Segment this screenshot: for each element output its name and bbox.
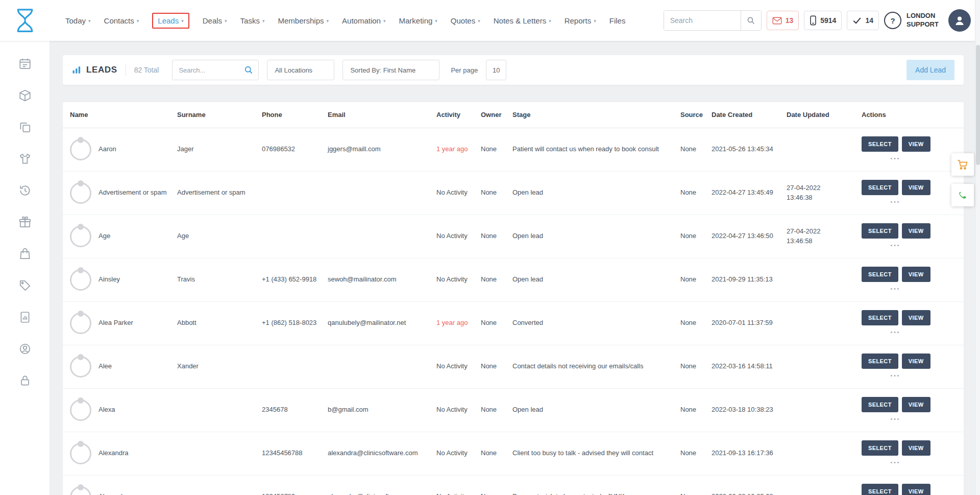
view-button[interactable]: VIEW <box>902 180 930 195</box>
more-actions-button[interactable]: ••• <box>862 286 929 293</box>
search-icon <box>243 65 254 75</box>
column-header-activity[interactable]: Activity <box>436 102 481 128</box>
nav-item-notes-letters[interactable]: Notes & Letters▾ <box>494 16 551 25</box>
lead-phone: +1 (862) 518-8023 <box>262 301 328 345</box>
more-actions-button[interactable]: ••• <box>862 372 929 380</box>
nav-item-tasks[interactable]: Tasks▾ <box>240 16 265 25</box>
per-page-select[interactable]: 10 <box>486 60 506 80</box>
calendar-icon[interactable] <box>18 57 32 70</box>
calls-badge[interactable]: 5914 <box>804 11 842 30</box>
lead-email: qanulubely@mailinator.net <box>328 301 436 345</box>
more-actions-button[interactable]: ••• <box>862 416 929 423</box>
global-search-input[interactable] <box>664 11 741 30</box>
messages-badge[interactable]: 13 <box>767 11 799 30</box>
vertical-scrollbar[interactable] <box>975 0 980 495</box>
column-header-date-updated[interactable]: Date Updated <box>787 102 862 128</box>
view-button[interactable]: VIEW <box>902 440 930 456</box>
shirt-icon[interactable] <box>18 152 32 166</box>
more-actions-button[interactable]: ••• <box>862 242 929 250</box>
lead-surname: Xander <box>177 345 262 388</box>
view-button[interactable]: VIEW <box>902 397 930 412</box>
lead-surname <box>177 388 262 432</box>
lead-phone: +1 (433) 652-9918 <box>262 258 328 301</box>
lead-owner: None <box>481 128 512 171</box>
global-search-button[interactable] <box>741 11 761 30</box>
select-button[interactable]: SELECT <box>862 180 898 195</box>
shopping-bag-icon[interactable] <box>18 247 32 261</box>
lead-owner: None <box>481 301 512 345</box>
column-header-owner[interactable]: Owner <box>481 102 512 128</box>
call-widget-button[interactable] <box>951 184 974 206</box>
user-avatar[interactable] <box>948 9 971 32</box>
price-tag-icon[interactable] <box>18 279 32 292</box>
lead-owner: None <box>481 345 512 388</box>
column-header-source[interactable]: Source <box>680 102 712 128</box>
nav-item-reports[interactable]: Reports▾ <box>565 16 596 25</box>
view-button[interactable]: VIEW <box>902 310 930 325</box>
select-button[interactable]: SELECT <box>862 484 898 495</box>
chevron-down-icon: ▾ <box>88 17 91 23</box>
report-chart-icon[interactable] <box>18 311 32 324</box>
messages-count: 13 <box>786 16 794 25</box>
view-button[interactable]: VIEW <box>902 353 930 369</box>
nav-item-deals[interactable]: Deals▾ <box>203 16 227 25</box>
view-button[interactable]: VIEW <box>902 484 930 495</box>
scrollbar-thumb[interactable] <box>976 45 980 165</box>
nav-item-marketing[interactable]: Marketing▾ <box>399 16 437 25</box>
nav-item-quotes[interactable]: Quotes▾ <box>451 16 480 25</box>
location-filter-select[interactable]: All Locations <box>267 60 334 80</box>
tasks-badge[interactable]: 14 <box>847 11 879 30</box>
cart-widget-button[interactable] <box>951 153 974 176</box>
more-actions-button[interactable]: ••• <box>862 155 929 163</box>
column-header-date-created[interactable]: Date Created <box>712 102 787 128</box>
more-actions-button[interactable]: ••• <box>862 199 929 206</box>
brand-logo[interactable] <box>0 8 50 33</box>
nav-item-leads[interactable]: Leads▾ <box>152 13 189 29</box>
lead-date-updated <box>787 128 862 171</box>
lead-avatar <box>70 182 91 204</box>
column-header-stage[interactable]: Stage <box>512 102 680 128</box>
sort-select[interactable]: Sorted By: First Name <box>342 60 439 80</box>
person-icon <box>953 14 966 27</box>
nav-item-files[interactable]: Files <box>609 16 626 25</box>
lead-name: Age <box>99 231 110 241</box>
copy-icon[interactable] <box>18 121 32 134</box>
nav-label: Files <box>609 16 626 25</box>
gift-icon[interactable] <box>18 216 32 229</box>
lead-source: None <box>680 171 712 215</box>
column-header-email[interactable]: Email <box>328 102 436 128</box>
column-header-surname[interactable]: Surname <box>177 102 262 128</box>
more-actions-button[interactable]: ••• <box>862 329 929 337</box>
history-icon[interactable] <box>18 184 32 197</box>
help-button[interactable]: ? <box>884 12 901 29</box>
select-button[interactable]: SELECT <box>862 136 898 152</box>
select-button[interactable]: SELECT <box>862 440 898 456</box>
package-icon[interactable] <box>18 89 32 102</box>
support-agent-icon[interactable] <box>18 342 32 356</box>
select-button[interactable]: SELECT <box>862 353 898 369</box>
lock-icon[interactable] <box>18 374 32 387</box>
select-button[interactable]: SELECT <box>862 267 898 282</box>
column-header-name[interactable]: Name <box>63 102 177 128</box>
view-button[interactable]: VIEW <box>902 136 930 152</box>
view-button[interactable]: VIEW <box>902 267 930 282</box>
nav-item-today[interactable]: Today▾ <box>65 16 91 25</box>
lead-email: alexandra@clinicsoftware.com <box>328 475 436 495</box>
nav-item-memberships[interactable]: Memberships▾ <box>278 16 329 25</box>
lead-phone: 2345678 <box>262 388 328 432</box>
calls-count: 5914 <box>820 16 836 25</box>
view-button[interactable]: VIEW <box>902 223 930 239</box>
more-actions-button[interactable]: ••• <box>862 459 929 467</box>
lead-stage: Client too busy to talk - advised they w… <box>512 432 680 475</box>
nav-item-contacts[interactable]: Contacts▾ <box>104 16 139 25</box>
select-button[interactable]: SELECT <box>862 223 898 239</box>
mobile-phone-icon <box>810 15 817 26</box>
select-button[interactable]: SELECT <box>862 310 898 325</box>
column-header-actions[interactable]: Actions <box>862 102 964 128</box>
nav-item-automation[interactable]: Automation▾ <box>342 16 385 25</box>
column-header-phone[interactable]: Phone <box>262 102 328 128</box>
add-lead-button[interactable]: Add Lead <box>906 60 954 80</box>
lead-phone <box>262 171 328 215</box>
chevron-down-icon: ▾ <box>549 17 551 23</box>
select-button[interactable]: SELECT <box>862 397 898 412</box>
